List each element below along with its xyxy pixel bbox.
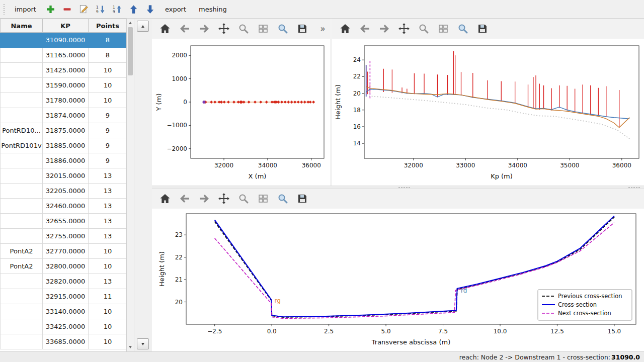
table-row[interactable]: PontA232800.000010 [1,259,127,274]
cell-points[interactable]: 13 [89,184,127,199]
cell-name[interactable] [1,199,43,214]
zoom-button[interactable] [416,21,432,37]
column-header-points[interactable]: Points [89,19,127,33]
cell-points[interactable]: 10 [89,259,127,274]
cell-name[interactable] [1,153,43,168]
move-down-button[interactable] [143,2,158,16]
table-row[interactable]: 33425.000010 [1,319,127,334]
cell-points[interactable]: 8 [89,48,127,63]
cell-kp[interactable]: 32655.0000 [43,214,89,229]
table-row[interactable]: 31886.00009 [1,153,127,168]
zoom-button[interactable] [235,191,252,207]
sort-ascending-button[interactable]: 19 [93,2,108,16]
meshing-button[interactable]: meshing [193,2,232,16]
cell-kp[interactable]: 32015.0000 [43,168,89,184]
table-row[interactable]: 31780.000010 [1,93,127,108]
add-cross-section-button[interactable] [43,2,58,16]
table-row[interactable]: PontRD10...31875.00009 [1,123,127,138]
cell-name[interactable] [1,78,43,93]
cell-name[interactable] [1,334,43,349]
save-button[interactable] [474,21,491,37]
cell-points[interactable]: 10 [89,93,127,108]
plot-plan[interactable]: 320003400036000−2000−1000010002000X (m)Y… [152,39,330,186]
cell-name[interactable] [1,184,43,199]
table-row[interactable]: 32915.000011 [1,289,127,304]
move-up-button[interactable] [126,2,141,16]
table-scrollbar[interactable] [127,19,134,351]
splitter-handle-dots[interactable] [628,187,641,188]
scroll-up-button[interactable] [137,21,149,32]
home-button[interactable] [337,21,353,37]
save-button[interactable] [294,21,310,37]
cell-name[interactable] [1,214,43,229]
customize-button[interactable] [275,21,291,37]
cell-name[interactable] [1,319,43,334]
table-row[interactable]: 31165.00008 [1,48,127,63]
toolbar-overflow-button[interactable]: » [320,24,325,33]
table-row[interactable]: PontRD101v31885.00009 [1,138,127,153]
scrollbar-thumb[interactable] [128,27,133,75]
cell-points[interactable]: 9 [89,123,127,138]
customize-button[interactable] [275,191,291,207]
back-button[interactable] [177,191,193,207]
table-row[interactable]: 33140.000010 [1,304,127,319]
cell-name[interactable] [1,93,43,108]
cell-kp[interactable]: 32460.0000 [43,199,89,214]
cell-points[interactable]: 9 [89,138,127,153]
forward-button[interactable] [376,21,392,37]
column-header-name[interactable]: Name [1,19,43,33]
table-row[interactable]: 32015.000013 [1,168,127,184]
cell-name[interactable]: PontA2 [1,244,43,259]
cell-kp[interactable]: 32205.0000 [43,184,89,199]
subplots-button[interactable] [435,21,451,37]
cell-kp[interactable]: 33140.0000 [43,304,89,319]
cell-name[interactable] [1,48,43,63]
cell-name[interactable]: PontRD101v [1,138,43,153]
subplots-button[interactable] [255,21,271,37]
table-row[interactable]: PontA232770.000010 [1,244,127,259]
scroll-down-button[interactable] [137,338,149,349]
customize-button[interactable] [455,21,471,37]
cell-kp[interactable]: 31874.0000 [43,108,89,123]
cell-name[interactable] [1,168,43,184]
cell-kp[interactable]: 32800.0000 [43,259,89,274]
cell-kp[interactable]: 32770.0000 [43,244,89,259]
pan-button[interactable] [216,21,232,37]
cell-kp[interactable]: 31165.0000 [43,48,89,63]
cell-name[interactable] [1,63,43,78]
cell-name[interactable] [1,229,43,244]
cross-sections-table[interactable]: NameKPPoints 31090.0000831165.0000831425… [0,19,127,351]
cell-kp[interactable]: 31886.0000 [43,153,89,168]
cell-points[interactable]: 8 [89,33,127,48]
forward-button[interactable] [196,21,212,37]
pan-button[interactable] [216,191,232,207]
import-button[interactable]: import [9,2,42,16]
cell-points[interactable]: 10 [89,63,127,78]
cell-kp[interactable]: 32820.0000 [43,274,89,289]
plot-cross[interactable]: −2.50.02.55.07.510.012.515.020212223Tran… [152,209,644,351]
table-row[interactable]: 31590.000010 [1,78,127,93]
table-row[interactable]: 32460.000013 [1,199,127,214]
cell-kp[interactable]: 31425.0000 [43,63,89,78]
cell-name[interactable] [1,108,43,123]
home-button[interactable] [157,191,173,207]
cell-points[interactable]: 10 [89,319,127,334]
sort-descending-button[interactable]: 19 [110,2,125,16]
cell-points[interactable]: 10 [89,304,127,319]
pan-button[interactable] [396,21,412,37]
horizontal-splitter[interactable] [152,186,644,189]
cell-kp[interactable]: 31090.0000 [43,33,89,48]
table-row[interactable]: 32820.000013 [1,274,127,289]
scrollbar-up-arrow[interactable] [127,20,134,26]
cell-name[interactable] [1,289,43,304]
plot-profile[interactable]: 3200033000340003500036000141618202224Kp … [332,39,644,186]
splitter-handle-dots[interactable] [398,187,411,188]
cell-kp[interactable]: 31780.0000 [43,93,89,108]
column-header-kp[interactable]: KP [43,19,89,33]
table-row[interactable]: 31090.00008 [1,33,127,48]
cell-name[interactable]: PontA2 [1,259,43,274]
cell-kp[interactable]: 33685.0000 [43,334,89,349]
back-button[interactable] [357,21,373,37]
cell-points[interactable]: 11 [89,289,127,304]
cell-name[interactable] [1,304,43,319]
